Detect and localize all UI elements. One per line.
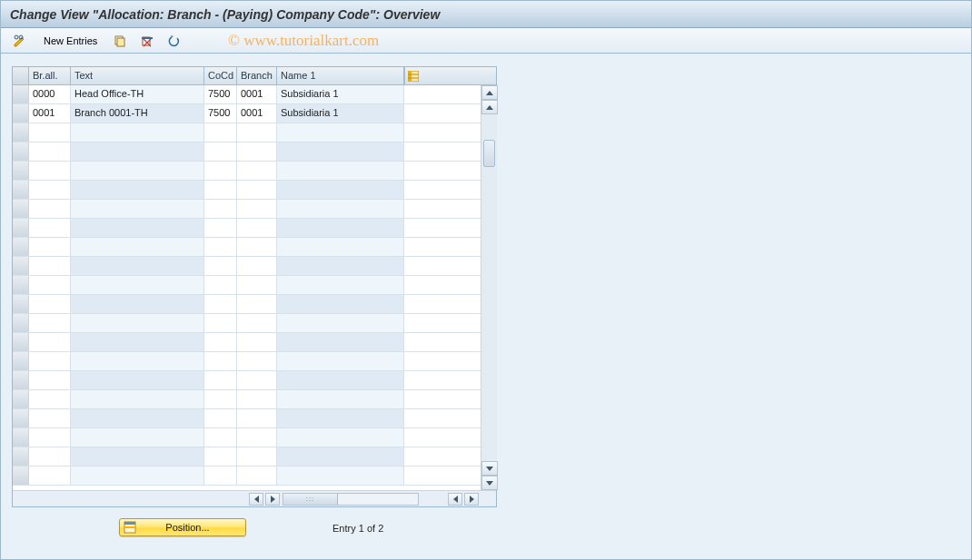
column-header-name[interactable]: Name 1 xyxy=(277,67,404,84)
row-selector[interactable] xyxy=(13,142,29,161)
cell-branch[interactable] xyxy=(237,333,277,351)
cell-brall[interactable] xyxy=(29,467,71,485)
row-selector[interactable] xyxy=(13,295,29,313)
cell-brall[interactable] xyxy=(29,238,71,256)
row-selector[interactable] xyxy=(13,162,29,180)
cell-brall[interactable]: 0001 xyxy=(29,104,71,123)
cell-brall[interactable] xyxy=(29,219,71,237)
cell-brall[interactable] xyxy=(29,333,71,351)
scroll-right-button[interactable] xyxy=(265,493,280,506)
row-selector[interactable] xyxy=(13,333,29,351)
cell-brall[interactable]: 0000 xyxy=(29,85,71,103)
scroll-line-down-button[interactable] xyxy=(481,461,498,476)
cell-cocd[interactable] xyxy=(204,142,237,161)
cell-brall[interactable] xyxy=(29,352,71,370)
row-selector[interactable] xyxy=(13,314,29,332)
cell-cocd[interactable] xyxy=(204,219,237,237)
cell-cocd[interactable] xyxy=(204,238,237,256)
cell-cocd[interactable] xyxy=(204,123,237,142)
column-header-cocd[interactable]: CoCd xyxy=(204,67,237,84)
cell-branch[interactable] xyxy=(237,295,277,313)
scroll-left-button[interactable] xyxy=(249,493,263,506)
cell-brall[interactable] xyxy=(29,428,71,447)
cell-branch[interactable] xyxy=(237,162,277,180)
cell-branch[interactable] xyxy=(237,314,277,332)
scroll-right-end-button[interactable] xyxy=(464,493,479,506)
cell-brall[interactable] xyxy=(29,409,71,427)
cell-cocd[interactable] xyxy=(204,295,237,313)
column-header-brall[interactable]: Br.all. xyxy=(29,67,71,84)
cell-cocd[interactable]: 7500 xyxy=(204,104,237,123)
cell-branch[interactable] xyxy=(237,352,277,370)
row-selector[interactable] xyxy=(13,257,29,275)
cell-cocd[interactable] xyxy=(204,162,237,180)
copy-as-button[interactable] xyxy=(109,32,131,50)
cell-brall[interactable] xyxy=(29,200,71,218)
row-selector[interactable] xyxy=(13,467,29,485)
cell-brall[interactable] xyxy=(29,181,71,199)
cell-brall[interactable] xyxy=(29,276,71,294)
horizontal-scroll-track[interactable]: ::: xyxy=(283,493,419,506)
cell-brall[interactable] xyxy=(29,123,71,142)
cell-branch[interactable] xyxy=(237,123,277,142)
cell-cocd[interactable] xyxy=(204,390,237,408)
cell-branch[interactable] xyxy=(237,371,277,389)
cell-branch[interactable] xyxy=(237,200,277,218)
cell-branch[interactable] xyxy=(237,142,277,161)
scroll-left-end-button[interactable] xyxy=(448,493,462,506)
cell-cocd[interactable] xyxy=(204,333,237,351)
cell-cocd[interactable] xyxy=(204,257,237,275)
vertical-scroll-thumb[interactable] xyxy=(483,140,495,167)
cell-branch[interactable] xyxy=(237,276,277,294)
cell-brall[interactable] xyxy=(29,390,71,408)
cell-cocd[interactable] xyxy=(204,352,237,370)
row-selector[interactable] xyxy=(13,123,29,142)
cell-branch[interactable] xyxy=(237,467,277,485)
display-change-toggle-button[interactable] xyxy=(8,32,32,50)
undo-button[interactable] xyxy=(164,32,185,50)
column-header-branch[interactable]: Branch xyxy=(237,67,277,84)
cell-branch[interactable] xyxy=(237,447,277,466)
cell-cocd[interactable] xyxy=(204,409,237,427)
horizontal-scroll-thumb[interactable]: ::: xyxy=(283,494,338,505)
new-entries-button[interactable]: New Entries xyxy=(37,32,104,50)
cell-cocd[interactable]: 7500 xyxy=(204,85,237,103)
configure-columns-button[interactable] xyxy=(404,67,421,84)
cell-branch[interactable] xyxy=(237,238,277,256)
row-selector[interactable] xyxy=(13,390,29,408)
cell-brall[interactable] xyxy=(29,447,71,466)
cell-branch[interactable]: 0001 xyxy=(237,85,277,103)
cell-branch[interactable] xyxy=(237,409,277,427)
cell-branch[interactable] xyxy=(237,219,277,237)
row-selector[interactable] xyxy=(13,409,29,427)
delete-button[interactable] xyxy=(136,32,158,50)
scroll-down-button[interactable] xyxy=(481,476,498,490)
cell-branch[interactable] xyxy=(237,257,277,275)
cell-cocd[interactable] xyxy=(204,276,237,294)
row-selector[interactable] xyxy=(13,85,29,103)
cell-branch[interactable] xyxy=(237,428,277,447)
cell-branch[interactable] xyxy=(237,181,277,199)
cell-brall[interactable] xyxy=(29,142,71,161)
row-selector[interactable] xyxy=(13,447,29,466)
cell-brall[interactable] xyxy=(29,295,71,313)
cell-cocd[interactable] xyxy=(204,371,237,389)
cell-cocd[interactable] xyxy=(204,181,237,199)
cell-cocd[interactable] xyxy=(204,200,237,218)
cell-cocd[interactable] xyxy=(204,467,237,485)
select-all-handle[interactable] xyxy=(13,67,29,84)
row-selector[interactable] xyxy=(13,200,29,218)
row-selector[interactable] xyxy=(13,181,29,199)
row-selector[interactable] xyxy=(13,371,29,389)
cell-branch[interactable]: 0001 xyxy=(237,104,277,123)
row-selector[interactable] xyxy=(13,238,29,256)
cell-brall[interactable] xyxy=(29,314,71,332)
row-selector[interactable] xyxy=(13,352,29,370)
scroll-line-up-button[interactable] xyxy=(481,100,498,114)
cell-brall[interactable] xyxy=(29,257,71,275)
cell-cocd[interactable] xyxy=(204,314,237,332)
vertical-scrollbar[interactable] xyxy=(481,85,497,490)
cell-cocd[interactable] xyxy=(204,428,237,447)
row-selector[interactable] xyxy=(13,104,29,123)
cell-brall[interactable] xyxy=(29,162,71,180)
